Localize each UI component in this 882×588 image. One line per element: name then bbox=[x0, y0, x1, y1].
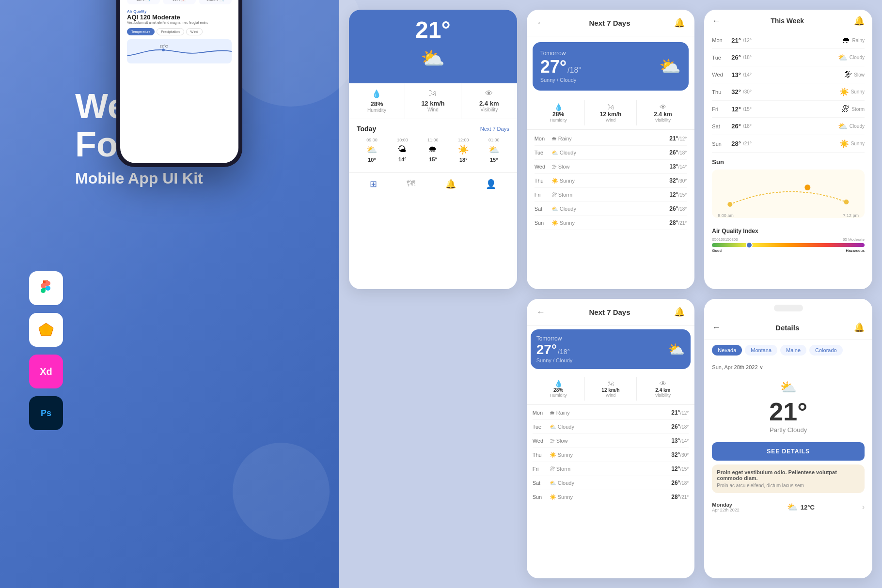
sun-section: Sun 8:00 am 7:12 pm bbox=[704, 153, 872, 224]
monday-temp: 12°C bbox=[801, 504, 815, 511]
screen-7days-2: ← Next 7 Days 🔔 Tomorrow 27° /18° Sunny … bbox=[527, 299, 695, 578]
screen2-header: ← Next 7 Days 🔔 bbox=[527, 10, 695, 36]
screen-this-week: ← This Week 🔔 Mon 21° /12° 🌧 Rainy Tue 2… bbox=[704, 10, 872, 289]
tab-maine[interactable]: Maine bbox=[780, 345, 806, 356]
nav-map[interactable]: 🗺 bbox=[407, 179, 415, 189]
wd-sun: Sun 28° /21° ☀️ Sunny bbox=[712, 135, 865, 153]
stat-wind: Wind 3km/h 📉 bbox=[199, 0, 232, 4]
today-header: Today Next 7 Days bbox=[357, 125, 509, 133]
nav-bell[interactable]: 🔔 bbox=[445, 179, 456, 189]
phone-mockup: ← New York Sun, Apr 28th 2022 🔔 Upcoming… bbox=[116, 0, 242, 167]
left-panel: Weather Forecast Mobile App UI Kit Xd Ps bbox=[0, 0, 339, 588]
stat-humidity: 💧 28% Humidity bbox=[349, 83, 405, 119]
phone-screen: ← New York Sun, Apr 28th 2022 🔔 Upcoming… bbox=[120, 0, 238, 163]
next7-link[interactable]: Next 7 Days bbox=[480, 126, 509, 132]
sunset-time: 7:12 pm bbox=[843, 213, 859, 218]
back-arrow[interactable]: ← bbox=[536, 18, 545, 28]
back-arrow-s3[interactable]: ← bbox=[712, 16, 721, 26]
back-arrow-s4[interactable]: ← bbox=[536, 307, 545, 317]
bottom-nav: ⊞ 🗺 🔔 👤 bbox=[349, 172, 517, 195]
notif-sub: Proin ac arcu eleifend, dictum lacus sem bbox=[717, 483, 860, 488]
screen2-stats: 💧 28% Humidity 🌬 12 km/h Wind 👁 2.4 km V… bbox=[527, 96, 695, 130]
phone-frame: ← New York Sun, Apr 28th 2022 🔔 Upcoming… bbox=[116, 0, 242, 167]
monday-icon: ⛅ bbox=[787, 502, 798, 512]
screen1-today: Today Next 7 Days 09:00 ⛅ 10° 10:00 🌤 14… bbox=[349, 119, 517, 169]
stat-precipitation: Precipitation 28% 📉 bbox=[127, 0, 160, 4]
monday-row: Monday Apr 22th 2022 ⛅ 12°C › bbox=[704, 497, 872, 517]
monday-arrow[interactable]: › bbox=[862, 503, 865, 511]
week-row-fri: Fri ⛈ Storm 12° /15° bbox=[535, 188, 687, 202]
phone-tabs: Temperature Precipitation Wind bbox=[127, 28, 232, 35]
bell-icon-s3[interactable]: 🔔 bbox=[854, 15, 865, 26]
aqi-marker bbox=[746, 242, 753, 248]
details-back[interactable]: ← bbox=[712, 323, 721, 333]
aqi-bar bbox=[712, 243, 865, 247]
tomorrow-card-2: Tomorrow 27° /18° Sunny / Cloudy ⛅ bbox=[531, 329, 691, 369]
week-row-sun: Sun ☀️ Sunny 28° /21° bbox=[535, 216, 687, 230]
today-label: Today bbox=[357, 125, 376, 133]
details-temp-section: ⛅ 21° Partly Cloudy bbox=[704, 374, 872, 438]
nav-home[interactable]: ⊞ bbox=[370, 179, 377, 189]
notification-card: Proin eget vestibulum odio. Pellentese v… bbox=[712, 464, 865, 493]
phone-air-quality: Air Quality AQI 120 Moderate Vestibulum … bbox=[127, 9, 232, 24]
details-condition: Partly Cloudy bbox=[712, 426, 865, 433]
week-row-sat: Sat ⛅ Cloudy 26° /18° bbox=[535, 202, 687, 216]
aqi-label: Air Quality Index bbox=[712, 228, 865, 234]
deco-circle-2 bbox=[233, 443, 330, 540]
s4-thu: Thu ☀️ Sunny 32° /30° bbox=[533, 448, 689, 462]
screen2-week-list: Mon 🌧 Rainy 21° /12° Tue ⛅ Cloudy 26° /1… bbox=[527, 130, 695, 232]
tab-temperature[interactable]: Temperature bbox=[127, 28, 155, 35]
phone-chart: 22°C 05 am06 am07 am08 am09 am10 am11 am bbox=[127, 39, 232, 63]
xd-icon[interactable]: Xd bbox=[29, 355, 63, 388]
bell-icon[interactable]: 🔔 bbox=[674, 17, 685, 28]
ps-icon[interactable]: Ps bbox=[29, 396, 63, 430]
s2-wind: 🌬 12 km/h Wind bbox=[585, 100, 637, 125]
notch-bar bbox=[774, 305, 803, 311]
svg-point-6 bbox=[844, 200, 849, 204]
tab-precipitation[interactable]: Precipitation bbox=[157, 28, 184, 35]
details-weather-icon: ⛅ bbox=[712, 379, 865, 395]
hour-11: 11:00 🌧 15° bbox=[418, 138, 448, 163]
tools-container: Xd Ps bbox=[29, 271, 63, 430]
screen1-stats: 💧 28% Humidity 🌬 12 km/h Wind 👁 2.4 km V… bbox=[349, 83, 517, 119]
screen1-header: 21° ⛅ bbox=[349, 10, 517, 83]
details-header: ← Details 🔔 bbox=[704, 315, 872, 340]
wd-sat: Sat 26° /18° ⛅ Cloudy bbox=[712, 118, 865, 135]
screen-details: ← Details 🔔 Nevada Montana Maine Colorad… bbox=[704, 299, 872, 578]
week-row-wed: Wed 🌫 Slow 13° /14° bbox=[535, 160, 687, 174]
see-details-button[interactable]: SEE DETAILS bbox=[712, 442, 865, 461]
tab-nevada[interactable]: Nevada bbox=[712, 345, 742, 356]
nav-person[interactable]: 👤 bbox=[486, 179, 496, 189]
s4-fri: Fri ⛈ Storm 12° /15° bbox=[533, 462, 689, 476]
tab-wind[interactable]: Wind bbox=[186, 28, 203, 35]
tomorrow-icon: ⛅ bbox=[659, 56, 681, 77]
page-subtitle: Mobile App UI Kit bbox=[75, 170, 330, 187]
tomorrow-card: Tomorrow 27° /18° Sunny / Cloudy ⛅ bbox=[533, 42, 689, 91]
screen4-title: Next 7 Days bbox=[589, 308, 630, 316]
tab-montana[interactable]: Montana bbox=[745, 345, 777, 356]
aqi-labels: Good Hazardous bbox=[712, 248, 865, 253]
screen3-header: ← This Week 🔔 bbox=[704, 10, 872, 32]
s2-humidity: 💧 28% Humidity bbox=[533, 100, 585, 125]
details-bell[interactable]: 🔔 bbox=[854, 322, 865, 333]
screen4-stats: 💧 28% Humidity 🌬 12 km/h Wind 👁 2.4 km V… bbox=[527, 373, 695, 405]
tomorrow-icon-2: ⛅ bbox=[668, 341, 685, 357]
tomorrow-temp: 27° bbox=[540, 57, 567, 77]
wd-thu: Thu 32° /30° ☀️ Sunny bbox=[712, 83, 865, 101]
sketch-icon[interactable] bbox=[29, 313, 63, 347]
svg-point-7 bbox=[805, 185, 811, 190]
hour-09: 09:00 ⛅ 10° bbox=[357, 138, 387, 163]
sun-times: 8:00 am 7:12 pm bbox=[718, 213, 859, 218]
tab-colorado[interactable]: Colorado bbox=[809, 345, 843, 356]
notif-text: Proin eget vestibulum odio. Pellentese v… bbox=[717, 469, 860, 481]
wd-tue: Tue 26° /18° ⛅ Cloudy bbox=[712, 49, 865, 66]
screen4-week-list: Mon 🌧 Rainy 21° /12° Tue ⛅ Cloudy 26° /1… bbox=[527, 405, 695, 505]
screen4-header: ← Next 7 Days 🔔 bbox=[527, 299, 695, 325]
sun-arc: 8:00 am 7:12 pm bbox=[712, 170, 865, 218]
tomorrow-low: /18° bbox=[567, 66, 582, 75]
figma-icon[interactable] bbox=[29, 271, 63, 305]
wd-fri: Fri 12° /15° ⛈ Storm bbox=[712, 101, 865, 118]
s4-wed: Wed 🌫 Slow 13° /14° bbox=[533, 434, 689, 448]
bell-icon-s4[interactable]: 🔔 bbox=[674, 307, 685, 317]
monday-date: Apr 22th 2022 bbox=[712, 508, 740, 512]
